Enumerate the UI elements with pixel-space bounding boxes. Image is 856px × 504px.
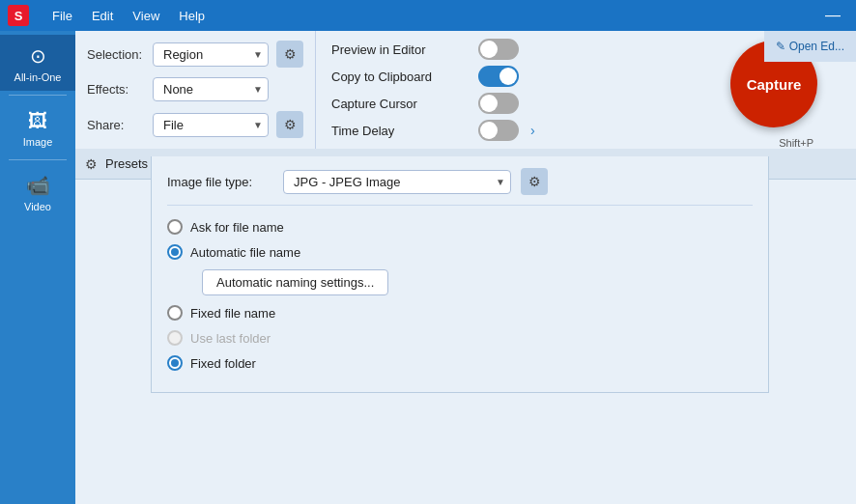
left-controls: Selection: Region Full Screen Window ▼ ⚙… [75, 31, 316, 149]
video-icon: 📹 [22, 172, 53, 199]
radio-label-fixed-folder: Fixed folder [190, 356, 256, 371]
time-delay-label: Time Delay [331, 124, 467, 138]
sidebar-item-video[interactable]: 📹 Video [0, 164, 75, 220]
effects-select[interactable]: None Shadow Border [153, 77, 269, 101]
radio-circle-ask [167, 219, 183, 235]
radio-circle-automatic [167, 244, 183, 260]
app-logo: S [8, 5, 29, 26]
menu-bar: File Edit View Help [44, 7, 213, 25]
open-editor-label: Open Ed... [789, 40, 844, 53]
open-editor-icon: ✎ [776, 40, 785, 53]
sidebar-label-all-in-one: All-in-One [14, 71, 62, 83]
all-in-one-icon: ⊙ [22, 42, 53, 70]
presets-label: Presets [105, 156, 148, 171]
share-select-wrapper: File Clipboard Email ▼ [153, 113, 269, 137]
radio-label-fixed: Fixed file name [190, 306, 275, 321]
capture-shortcut: Shift+P [779, 137, 813, 149]
file-type-gear-button[interactable]: ⚙ [521, 168, 548, 195]
effects-select-wrapper: None Shadow Border ▼ [153, 77, 269, 101]
sidebar-divider-1 [9, 95, 67, 96]
sidebar-item-image[interactable]: 🖼 Image [0, 99, 75, 155]
share-select[interactable]: File Clipboard Email [153, 113, 269, 137]
effects-row: Effects: None Shadow Border ▼ [87, 77, 303, 101]
radio-circle-fixed-folder [167, 355, 183, 371]
radio-ask-file-name[interactable]: Ask for file name [167, 219, 753, 235]
menu-help[interactable]: Help [171, 7, 213, 25]
preview-in-editor-label: Preview in Editor [331, 42, 467, 57]
radio-fixed-folder[interactable]: Fixed folder [167, 355, 753, 371]
selection-select-wrapper: Region Full Screen Window ▼ [153, 42, 269, 67]
copy-to-clipboard-toggle[interactable] [478, 66, 519, 87]
title-bar: S File Edit View Help — [0, 0, 856, 31]
file-type-select[interactable]: JPG - JPEG Image PNG - Portable Network … [283, 170, 511, 194]
radio-circle-last-folder [167, 330, 183, 346]
capture-cursor-toggle[interactable] [478, 93, 519, 114]
selection-select[interactable]: Region Full Screen Window [153, 42, 269, 67]
top-section: Selection: Region Full Screen Window ▼ ⚙… [75, 31, 856, 149]
menu-view[interactable]: View [125, 7, 167, 25]
selection-row: Selection: Region Full Screen Window ▼ ⚙ [87, 41, 303, 68]
radio-fixed-file-name[interactable]: Fixed file name [167, 305, 753, 321]
file-share-dropdown: Image file type: JPG - JPEG Image PNG - … [151, 156, 769, 393]
effects-label: Effects: [87, 82, 145, 97]
selection-label: Selection: [87, 47, 145, 62]
open-editor-button[interactable]: ✎ Open Ed... [764, 31, 856, 62]
file-type-label: Image file type: [167, 175, 273, 189]
main-area: ⊙ All-in-One 🖼 Image 📹 Video Selection: [0, 31, 856, 504]
radio-use-last-folder[interactable]: Use last folder [167, 330, 753, 346]
radio-label-ask: Ask for file name [190, 220, 284, 235]
image-icon: 🖼 [22, 107, 53, 134]
sidebar: ⊙ All-in-One 🖼 Image 📹 Video [0, 31, 75, 504]
time-delay-toggle[interactable] [478, 120, 519, 141]
preview-in-editor-toggle[interactable] [478, 39, 519, 60]
presets-gear-icon: ⚙ [85, 156, 98, 172]
file-type-select-wrapper: JPG - JPEG Image PNG - Portable Network … [283, 170, 511, 194]
content-area: Selection: Region Full Screen Window ▼ ⚙… [75, 31, 856, 504]
radio-automatic-file-name[interactable]: Automatic file name [167, 244, 753, 260]
menu-file[interactable]: File [44, 7, 80, 25]
file-type-row: Image file type: JPG - JPEG Image PNG - … [167, 168, 753, 206]
sidebar-label-image: Image [23, 136, 53, 148]
share-row: Share: File Clipboard Email ▼ ⚙ [87, 111, 303, 138]
naming-settings-button[interactable]: Automatic naming settings... [202, 269, 388, 295]
radio-circle-fixed [167, 305, 183, 321]
menu-edit[interactable]: Edit [84, 7, 121, 25]
copy-to-clipboard-label: Copy to Clipboard [331, 70, 467, 84]
share-gear-button[interactable]: ⚙ [276, 111, 303, 138]
capture-cursor-label: Capture Cursor [331, 97, 467, 111]
time-delay-arrow-icon[interactable]: › [530, 123, 535, 138]
sidebar-label-video: Video [24, 201, 51, 212]
sidebar-divider-2 [9, 159, 67, 160]
share-label: Share: [87, 118, 145, 132]
radio-label-last-folder: Use last folder [190, 331, 271, 346]
radio-label-automatic: Automatic file name [190, 245, 300, 260]
sidebar-item-all-in-one[interactable]: ⊙ All-in-One [0, 35, 75, 91]
selection-gear-button[interactable]: ⚙ [276, 41, 303, 68]
minimize-button[interactable]: — [817, 5, 848, 26]
